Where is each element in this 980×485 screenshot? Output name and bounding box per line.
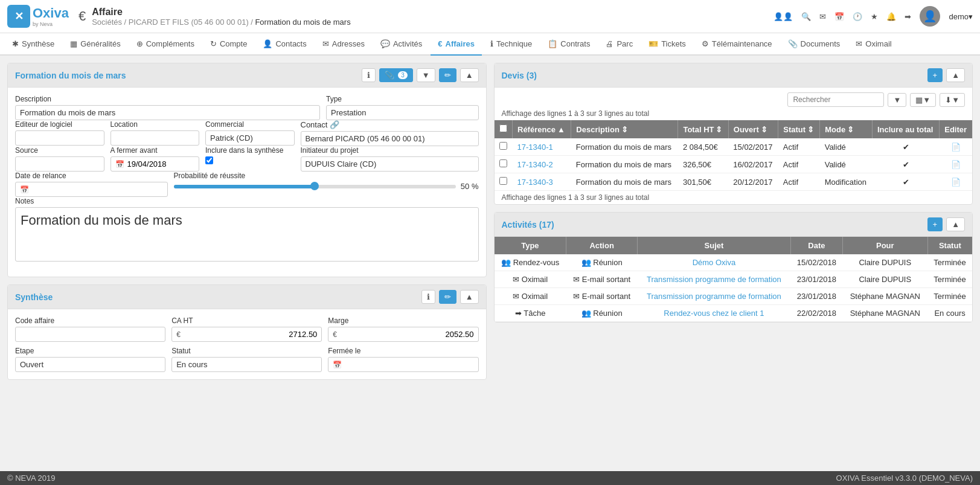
activite-sujet-link[interactable]: Rendez-vous chez le client 1 [664,309,764,318]
module-icon: € [78,8,86,24]
devis-search-area: ▼ ▦▼ ⬇▼ [502,92,966,107]
activite-sujet-cell: Démo Oxiva [638,254,791,271]
etape-input[interactable] [15,357,165,372]
dropdown-button[interactable]: ▼ [417,68,435,82]
devis-ref-link[interactable]: 17-1340-3 [517,178,553,187]
activite-sujet-link[interactable]: Démo Oxiva [693,258,736,267]
tab-synthese[interactable]: ✱ Synthèse [5,33,62,56]
ca-ht-input[interactable] [184,330,317,339]
activites-collapse-button[interactable]: ▲ [946,217,965,231]
exit-icon[interactable]: ➡ [905,12,911,21]
collapse-button[interactable]: ▲ [460,68,479,82]
tab-adresses[interactable]: ✉ Adresses [315,33,372,56]
devis-ref-link[interactable]: 17-1340-2 [517,160,553,169]
activite-sujet-link[interactable]: Transmission programme de formation [647,292,781,301]
synthese-info-button[interactable]: ℹ [421,290,435,304]
relance-input[interactable] [32,185,163,194]
tab-parc[interactable]: 🖨 Parc [598,33,640,56]
devis-editer[interactable]: 📄 [940,156,972,173]
contact-link-icon[interactable]: 🔗 [330,120,339,129]
type-input[interactable] [326,105,479,120]
tab-technique[interactable]: ℹ Technique [483,33,539,56]
devis-collapse-button[interactable]: ▲ [946,68,965,82]
page-title: Affaire [92,7,350,18]
activites-panel-body: Type Action Sujet Date Pour Statut 👥 Ren… [495,237,973,322]
devis-editer[interactable]: 📄 [940,138,972,156]
activites-add-button[interactable]: + [927,217,943,231]
devis-search-input[interactable] [787,92,884,107]
activite-sujet-link[interactable]: Transmission programme de formation [647,275,781,284]
fermee-input[interactable] [345,360,473,369]
list-item: 👥 Rendez-vous 👥 Réunion Démo Oxiva 15/02… [495,254,973,271]
devis-row-checkbox[interactable] [499,142,507,150]
description-input[interactable] [15,105,320,120]
commercial-input[interactable] [205,130,295,146]
devis-row-checkbox[interactable] [499,177,507,185]
initiateur-col: Initiateur du projet [301,146,479,172]
tab-oximail[interactable]: ✉ Oximail [848,33,898,56]
devis-panel-header: Devis (3) + ▲ [495,63,973,88]
devis-editer[interactable]: 📄 [940,173,972,191]
history-icon[interactable]: 🕐 [853,12,862,21]
activite-pour: Claire DUPUIS [842,254,927,271]
synthese-collapse-button[interactable]: ▲ [460,290,479,304]
slider-thumb[interactable] [310,182,319,190]
initiateur-input[interactable] [301,156,479,172]
search-icon[interactable]: 🔍 [801,12,811,21]
tab-affaires[interactable]: € Affaires [431,33,482,56]
tab-contrats[interactable]: 📋 Contrats [540,33,597,56]
adresses-icon: ✉ [322,39,329,48]
marge-input[interactable] [340,330,473,339]
users-icon[interactable]: 👤👤 [773,12,793,21]
info-button[interactable]: ℹ [362,68,376,82]
devis-view-button[interactable]: ▦▼ [910,93,936,107]
devis-panel: Devis (3) + ▲ ▼ ▦▼ ⬇▼ Affichage des lign… [494,63,973,205]
devis-select-all[interactable] [499,124,507,132]
star-icon[interactable]: ★ [871,12,878,21]
calendar-icon[interactable]: 📅 [834,12,844,21]
notes-textarea[interactable]: Formation du mois de mars [15,207,479,262]
demo-menu[interactable]: demo▾ [949,12,973,21]
list-item: ✉ Oximail ✉ E-mail sortant Transmission … [495,271,973,288]
probabilite-slider-container: 50 % [174,182,479,191]
devis-export-button[interactable]: ⬇▼ [940,93,965,107]
tab-contacts[interactable]: 👤 Contacts [255,33,313,56]
code-affaire-input[interactable] [15,327,165,342]
statut-input[interactable] [171,357,322,372]
devis-mode: Validé [820,156,873,173]
activite-pour: Stéphane MAGNAN [842,305,927,322]
tab-generalites[interactable]: ▦ Généralités [63,33,127,56]
devis-desc: Formation du mois de mars [571,156,678,173]
activites-panel: Activités (17) + ▲ Type Action Sujet Dat… [494,212,973,323]
tab-complements[interactable]: ⊕ Compléments [129,33,202,56]
attachment-button[interactable]: 📎 3 [379,68,413,82]
tab-telemaintenance[interactable]: ⚙ Télémaintenance [694,33,780,56]
ca-ht-label: CA HT [171,316,322,325]
devis-add-button[interactable]: + [927,68,943,82]
tab-tickets[interactable]: 🎫 Tickets [641,33,693,56]
location-input[interactable] [110,130,200,146]
edit-button[interactable]: ✏ [439,68,456,82]
editeur-input[interactable] [15,130,104,146]
tab-compte[interactable]: ↻ Compte [203,33,255,56]
inclure-checkbox[interactable] [205,156,213,164]
probabilite-slider[interactable] [174,185,456,188]
source-input[interactable] [15,156,104,172]
act-col-statut: Statut [927,237,972,254]
table-row: 17-1340-1 Formation du mois de mars 2 08… [495,138,973,156]
probabilite-col: Probabilité de réussite 50 % [174,172,479,197]
avatar[interactable]: 👤 [920,6,940,27]
bell-icon[interactable]: 🔔 [886,12,896,21]
tab-activites[interactable]: 💬 Activités [373,33,429,56]
devis-ref-link[interactable]: 17-1340-1 [517,143,553,152]
devis-filter-button[interactable]: ▼ [888,93,906,107]
synthese-edit-button[interactable]: ✏ [439,290,456,304]
tab-documents[interactable]: 📎 Documents [781,33,848,56]
contact-input[interactable] [301,131,479,146]
mail-icon[interactable]: ✉ [819,12,826,21]
devis-row-checkbox[interactable] [499,159,507,167]
fermee-col: Fermée le 📅 [328,347,478,372]
fermer-input[interactable] [127,159,195,169]
synthese-panel-header: Synthèse ℹ ✏ ▲ [8,285,486,309]
list-item: ✉ Oximail ✉ E-mail sortant Transmission … [495,288,973,305]
